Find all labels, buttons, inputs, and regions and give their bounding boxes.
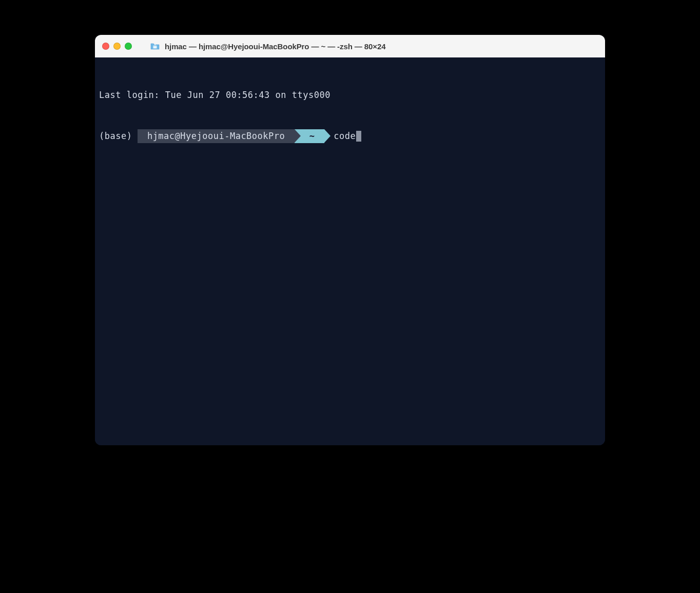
- hostname-segment: hjmac@Hyejooui-MacBookPro: [138, 129, 295, 144]
- fullscreen-button[interactable]: [125, 43, 132, 50]
- terminal-body[interactable]: Last login: Tue Jun 27 00:56:43 on ttys0…: [95, 57, 605, 445]
- traffic-lights: [102, 43, 132, 50]
- powerline-arrow-icon: [295, 129, 301, 143]
- powerline-arrow-icon: [324, 129, 330, 143]
- window-title: hjmac — hjmac@Hyejooui-MacBookPro — ~ — …: [165, 42, 385, 51]
- minimize-button[interactable]: [113, 43, 121, 50]
- cursor: [356, 131, 361, 142]
- last-login-line: Last login: Tue Jun 27 00:56:43 on ttys0…: [99, 89, 601, 102]
- svg-rect-0: [153, 46, 157, 49]
- close-button[interactable]: [102, 43, 109, 50]
- titlebar[interactable]: hjmac — hjmac@Hyejooui-MacBookPro — ~ — …: [95, 35, 605, 57]
- command-input[interactable]: code: [334, 130, 356, 143]
- folder-icon: [150, 43, 160, 50]
- terminal-window: hjmac — hjmac@Hyejooui-MacBookPro — ~ — …: [95, 35, 605, 445]
- prompt-line: (base) hjmac@Hyejooui-MacBookPro ~ code: [99, 129, 601, 144]
- conda-env-prefix: (base): [99, 130, 138, 143]
